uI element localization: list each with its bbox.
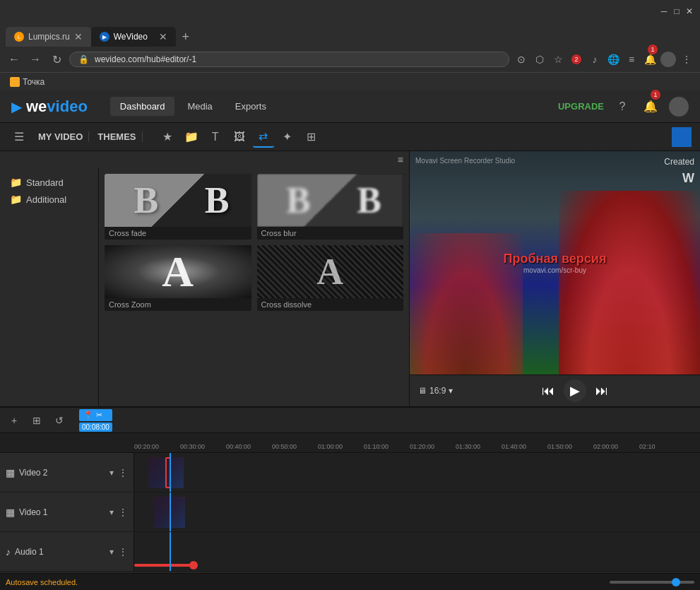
video2-more[interactable]: ⋮: [118, 467, 128, 478]
tab-dashboard[interactable]: Dashboard: [110, 97, 175, 116]
tab-wevideo[interactable]: ▶ WeVideo ✕: [91, 27, 176, 47]
effects-toolbar-icon[interactable]: ✦: [277, 126, 298, 148]
cross-blur-preview: B B: [257, 174, 404, 227]
transition-cross-zoom[interactable]: A Cross Zoom: [105, 245, 251, 311]
play-button[interactable]: ▶: [564, 379, 586, 402]
help-icon[interactable]: ?: [612, 97, 632, 117]
minimize-button[interactable]: ─: [659, 6, 669, 16]
wevideo-favicon: ▶: [100, 32, 109, 42]
timeline-zoom-track: [610, 581, 694, 584]
track-label-video1: ▦ Video 1 ▾ ⋮: [0, 492, 134, 531]
bookmark-label: Точка: [23, 77, 45, 87]
zoom-controls: [610, 581, 694, 584]
track-area-video2[interactable]: [134, 453, 700, 492]
folder-additional-icon: 📁: [10, 194, 22, 205]
bookmark-favicon: [10, 77, 20, 87]
logo: ▶ wevideo: [11, 98, 88, 116]
bookmark-bar: Точка: [0, 72, 700, 90]
overlays-toolbar-icon[interactable]: ⊞: [301, 126, 322, 148]
back-button[interactable]: ←: [6, 51, 23, 68]
badge-icon-1[interactable]: 2: [569, 52, 584, 67]
track-row-audio1: ♪ Audio 1 ▾ ⋮: [0, 532, 700, 572]
cross-zoom-label: Cross Zoom: [105, 298, 251, 311]
track-area-video1[interactable]: [134, 492, 700, 531]
bookmark-tochka[interactable]: Точка: [6, 76, 49, 88]
folder-standard[interactable]: 📁 Standard: [6, 174, 93, 191]
transition-cross-blur[interactable]: B B Cross blur: [257, 174, 404, 240]
music-ext-icon[interactable]: ♪: [587, 52, 603, 67]
user-avatar-browser[interactable]: [660, 52, 676, 67]
undo-button[interactable]: ↺: [51, 412, 68, 429]
themes-label[interactable]: THEMES: [92, 131, 142, 142]
ruler-mark-10: 02:00:00: [593, 443, 618, 450]
skip-start-button[interactable]: ⏮: [538, 381, 558, 401]
playhead-a1: [170, 532, 171, 571]
audio1-arrow[interactable]: ▾: [109, 547, 114, 557]
aspect-ratio-selector[interactable]: 🖥 16:9 ▾: [418, 386, 453, 396]
tab-lumpics-close[interactable]: ✕: [74, 31, 83, 42]
tab-media[interactable]: Media: [177, 97, 222, 116]
timeline-header: + ⊞ ↺ 📍 ✂ 00:08:00: [0, 408, 700, 433]
upgrade-button[interactable]: UPGRADE: [558, 101, 604, 112]
add-track-button[interactable]: +: [6, 412, 23, 429]
header-actions: UPGRADE ? 🔔 1: [558, 97, 689, 117]
tab-wevideo-close[interactable]: ✕: [159, 31, 167, 42]
forward-button[interactable]: →: [27, 51, 44, 68]
tab-exports[interactable]: Exports: [225, 97, 276, 116]
time-value: 00:08:00: [79, 423, 112, 432]
profile-icon[interactable]: ⊙: [514, 52, 529, 67]
video1-label: Video 1: [19, 507, 47, 517]
panel-menu-icon[interactable]: ≡: [398, 154, 403, 165]
track-settings-icon[interactable]: ⊞: [28, 412, 45, 429]
image-toolbar-icon[interactable]: 🖼: [229, 126, 250, 148]
timeline-ruler: 00:20:00 00:30:00 00:40:00 00:50:00 01:0…: [0, 433, 700, 453]
transitions-grid: B B Cross fade B B: [99, 168, 409, 406]
cross-dissolve-preview: A: [257, 245, 404, 298]
tab-lumpics[interactable]: L Lumpics.ru ✕: [6, 27, 91, 47]
hamburger-icon[interactable]: ☰: [8, 126, 30, 148]
playhead-v1: [170, 492, 171, 531]
close-button[interactable]: ✕: [684, 6, 694, 16]
skip-end-button[interactable]: ⏭: [592, 381, 612, 401]
notification-bell-icon[interactable]: 🔔 1: [641, 97, 660, 117]
maximize-button[interactable]: □: [672, 6, 682, 16]
folder-additional[interactable]: 📁 Additional: [6, 191, 93, 208]
transition-cross-dissolve[interactable]: A Cross dissolve: [257, 245, 404, 311]
panel-toolbar: ≡: [0, 151, 409, 168]
video1-more[interactable]: ⋮: [118, 507, 128, 518]
preview-video: Created W Пробная версия movavi.com/scr-…: [410, 151, 700, 374]
audio1-more[interactable]: ⋮: [118, 546, 128, 557]
track-row-video2: ▦ Video 2 ▾ ⋮: [0, 453, 700, 492]
track-label-audio1: ♪ Audio 1 ▾ ⋮: [0, 532, 134, 571]
ruler-mark-0: 00:20:00: [134, 443, 159, 450]
user-avatar[interactable]: [669, 97, 689, 117]
new-tab-button[interactable]: +: [176, 27, 196, 47]
refresh-button[interactable]: ↻: [48, 51, 65, 68]
extensions-icon[interactable]: ⬡: [532, 52, 547, 67]
menu-icon[interactable]: ≡: [624, 52, 639, 67]
star-toolbar-icon[interactable]: ★: [157, 126, 178, 148]
video2-arrow[interactable]: ▾: [109, 468, 114, 478]
text-toolbar-icon[interactable]: T: [205, 126, 226, 148]
globe-icon[interactable]: 🌐: [605, 52, 621, 67]
main-toolbar: ☰ MY VIDEO THEMES ★ 📁 T 🖼 ⇄ ✦ ⊞: [0, 123, 700, 151]
more-icon[interactable]: ⋮: [679, 52, 694, 67]
notification-icon[interactable]: 🔔 1: [642, 52, 658, 67]
video1-icon: ▦: [6, 507, 15, 518]
volume-handle[interactable]: [189, 561, 198, 570]
star-icon[interactable]: ☆: [550, 52, 566, 67]
window-controls[interactable]: ─ □ ✕: [659, 6, 694, 16]
title-bar: ─ □ ✕: [0, 0, 700, 23]
track-area-audio1[interactable]: [134, 532, 700, 571]
created-label: Created: [664, 157, 694, 167]
address-input[interactable]: 🔒 wevideo.com/hub#editor/-1: [69, 52, 509, 67]
my-video-label[interactable]: MY VIDEO: [32, 131, 89, 142]
tab-wevideo-label: WeVideo: [114, 32, 148, 42]
transitions-toolbar-icon[interactable]: ⇄: [253, 126, 274, 148]
video1-arrow[interactable]: ▾: [109, 507, 114, 517]
transition-cross-fade[interactable]: B B Cross fade: [105, 174, 251, 240]
folder-toolbar-icon[interactable]: 📁: [181, 126, 202, 148]
cross-fade-label: Cross fade: [105, 227, 251, 240]
timeline-zoom-handle[interactable]: [672, 578, 680, 586]
ruler-mark-9: 01:50:00: [547, 443, 572, 450]
